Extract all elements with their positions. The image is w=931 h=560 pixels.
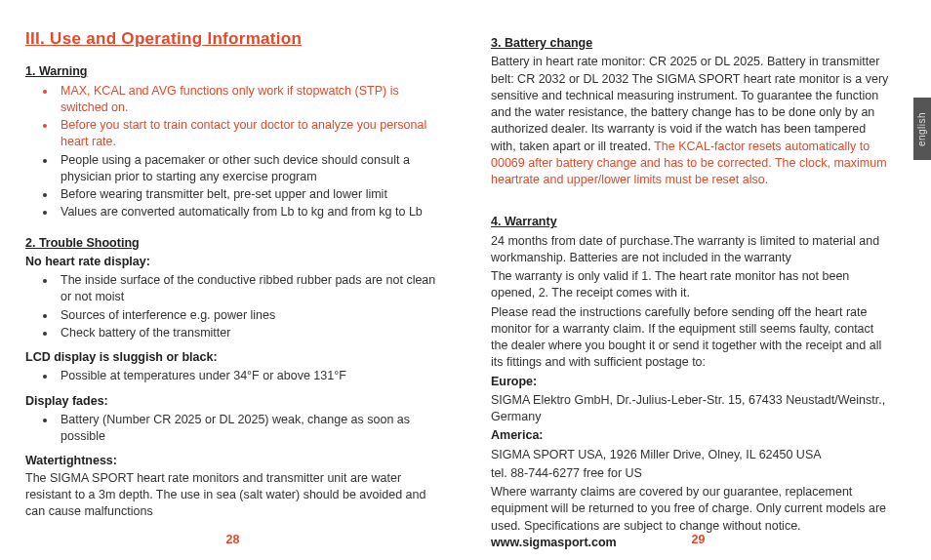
- warning-section: 1. Warning MAX, KCAL and AVG functions o…: [25, 63, 440, 220]
- warranty-p2: The warranty is only valid if 1. The hea…: [491, 268, 894, 302]
- display-fades-label: Display fades:: [25, 393, 440, 410]
- battery-section: 3. Battery change Battery in heart rate …: [491, 35, 894, 188]
- warranty-p3: Please read the instructions carefully b…: [491, 304, 894, 372]
- troubleshoot-section: 2. Trouble Shooting No heart rate displa…: [25, 235, 440, 521]
- warranty-section: 4. Warranty 24 months from date of purch…: [491, 214, 894, 551]
- warranty-heading: 4. Warranty: [491, 214, 894, 230]
- manual-spread: III. Use and Operating Information 1. Wa…: [0, 0, 931, 560]
- battery-heading: 3. Battery change: [491, 35, 894, 52]
- list-item: Battery (Number CR 2025 or DL 2025) weak…: [57, 412, 440, 446]
- europe-address: SIGMA Elektro GmbH, Dr.-Julius-Leber-Str…: [491, 392, 894, 426]
- no-heart-rate-label: No heart rate display:: [25, 254, 440, 270]
- list-item: Sources of interference e.g. power lines: [57, 307, 440, 324]
- watertight-text: The SIGMA SPORT heart rate monitors and …: [25, 470, 440, 521]
- warning-list: MAX, KCAL and AVG functions only work if…: [25, 83, 440, 221]
- europe-label: Europe:: [491, 374, 894, 390]
- warranty-p1: 24 months from date of purchase.The warr…: [491, 233, 894, 267]
- language-tab-label: english: [917, 111, 928, 145]
- list-item: Check battery of the transmitter: [57, 325, 440, 341]
- lcd-label: LCD display is sluggish or black:: [25, 349, 440, 366]
- lcd-list: Possible at temperatures under 34°F or a…: [25, 368, 440, 384]
- display-fades-list: Battery (Number CR 2025 or DL 2025) weak…: [25, 412, 440, 446]
- page-number-right: 29: [466, 532, 931, 548]
- battery-body: Battery in heart rate monitor: CR 2025 o…: [491, 54, 894, 188]
- list-item: Values are converted automatically from …: [57, 204, 440, 220]
- list-item: MAX, KCAL and AVG functions only work if…: [57, 83, 440, 117]
- list-item: Possible at temperatures under 34°F or a…: [57, 368, 440, 384]
- warning-heading: 1. Warning: [25, 63, 440, 80]
- left-page: III. Use and Operating Information 1. Wa…: [0, 0, 466, 560]
- right-page: 3. Battery change Battery in heart rate …: [466, 0, 931, 560]
- page-number-left: 28: [0, 532, 466, 548]
- battery-text: Battery in heart rate monitor: CR 2025 o…: [491, 55, 888, 152]
- list-item: The inside surface of the conductive rib…: [57, 272, 440, 306]
- language-tab: english: [913, 98, 931, 160]
- list-item: Before wearing transmitter belt, pre-set…: [57, 186, 440, 203]
- watertight-label: Watertightness:: [25, 453, 440, 469]
- america-address2: tel. 88-744-6277 free for US: [491, 465, 894, 482]
- america-label: America:: [491, 427, 894, 444]
- no-heart-rate-list: The inside surface of the conductive rib…: [25, 272, 440, 341]
- america-address1: SIGMA SPORT USA, 1926 Miller Drive, Olne…: [491, 447, 894, 463]
- list-item: Before you start to train contact your d…: [57, 117, 440, 151]
- list-item: People using a pacemaker or other such d…: [57, 152, 440, 186]
- section-title: III. Use and Operating Information: [25, 27, 440, 50]
- troubleshoot-heading: 2. Trouble Shooting: [25, 235, 440, 252]
